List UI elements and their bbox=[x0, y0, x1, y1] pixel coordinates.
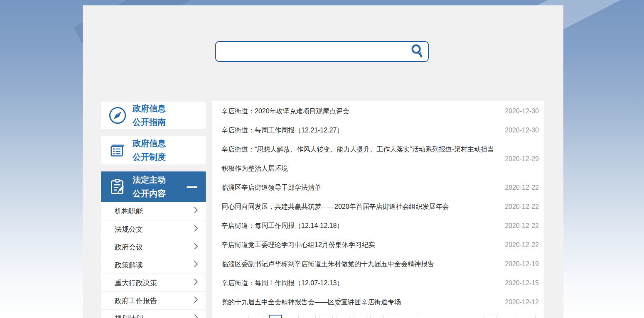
content-area: 政府信息 公开指南 bbox=[83, 5, 563, 318]
news-link[interactable]: 临淄区委副书记卢华栋到辛店街道王朱村做党的十九届五中全会精神报告 bbox=[221, 254, 502, 274]
sidebar-item-plans[interactable]: 规划计划 bbox=[101, 309, 206, 318]
news-link[interactable]: 临淄区辛店街道领导干部学法清单 bbox=[221, 178, 502, 197]
sidebar-item-label: 政府信息 公开制度 bbox=[133, 137, 166, 164]
ledger-icon bbox=[108, 141, 127, 160]
page-canvas: 政府信息 公开指南 bbox=[0, 0, 644, 318]
news-row: 辛店街道：“思想大解放、作风大转变、能力大提升、工作大落实”活动系列报道-渠村主… bbox=[212, 140, 544, 178]
pagination-page-button-current[interactable] bbox=[269, 315, 282, 318]
search-box bbox=[215, 41, 429, 62]
search-magnifier-icon bbox=[410, 44, 425, 60]
menu-item-label: 政策解读 bbox=[115, 260, 143, 270]
pagination-next-button[interactable] bbox=[417, 315, 449, 318]
sidebar-item-regulations[interactable]: 法规公文 bbox=[101, 220, 206, 238]
sidebar-item-policy-interpretation[interactable]: 政策解读 bbox=[101, 256, 206, 274]
news-date: 2020-12-22 bbox=[502, 184, 539, 191]
sidebar-item-work-report[interactable]: 政府工作报告 bbox=[101, 291, 206, 309]
news-date: 2020-12-22 bbox=[502, 241, 539, 249]
collapse-minus-icon[interactable] bbox=[187, 186, 197, 188]
menu-item-label: 重大行政决策 bbox=[115, 278, 157, 288]
menu-item-label: 规划计划 bbox=[115, 314, 143, 318]
news-date: 2020-12-30 bbox=[502, 127, 539, 134]
menu-item-label: 法规公文 bbox=[115, 225, 143, 234]
news-date: 2020-12-19 bbox=[502, 260, 539, 268]
news-row: 同心同向同发展，共建共赢共筑梦——2020年首届辛店街道社会组织发展年会 202… bbox=[212, 197, 544, 216]
pagination-last-button[interactable] bbox=[516, 315, 536, 318]
news-link[interactable]: 辛店街道：每周工作周报（12.14-12.18） bbox=[221, 216, 502, 235]
news-row: 辛店街道：2020年攻坚克难项目观摩点评会 2020-12-30 bbox=[212, 102, 544, 121]
chevron-right-icon bbox=[194, 206, 198, 216]
clipboard-pencil-icon bbox=[108, 177, 127, 196]
sidebar-item-gov-meetings[interactable]: 政府会议 bbox=[101, 238, 206, 256]
chevron-right-icon bbox=[194, 278, 198, 288]
news-link[interactable]: 辛店街道：每周工作周报（12.21-12.27） bbox=[221, 121, 502, 140]
news-row: 辛店街道：每周工作周报（12.14-12.18） 2020-12-22 bbox=[212, 216, 544, 235]
menu-item-label: 政府会议 bbox=[115, 242, 143, 252]
news-link[interactable]: 党的十九届五中全会精神报告会——区委宣讲团辛店街道专场 bbox=[221, 293, 502, 312]
pagination-page-button[interactable] bbox=[484, 315, 497, 318]
menu-item-label: 政府工作报告 bbox=[115, 296, 157, 306]
news-link[interactable]: 辛店街道党工委理论学习中心组12月份集体学习纪实 bbox=[221, 235, 502, 254]
news-row: 辛店街道：每周工作周报（12.21-12.27） 2020-12-30 bbox=[212, 121, 544, 140]
news-row: 临淄区辛店街道领导干部学法清单 2020-12-22 bbox=[212, 178, 544, 197]
news-date: 2020-12-22 bbox=[502, 203, 539, 210]
sidebar-item-major-decisions[interactable]: 重大行政决策 bbox=[101, 274, 206, 291]
sidebar-item-org-functions[interactable]: 机构职能 bbox=[101, 202, 206, 220]
compass-icon bbox=[108, 106, 127, 125]
chevron-right-icon bbox=[194, 260, 198, 270]
pagination-page-button[interactable] bbox=[370, 315, 383, 318]
pagination bbox=[212, 315, 544, 318]
search-input[interactable] bbox=[216, 42, 406, 61]
news-list: 辛店街道：2020年攻坚克难项目观摩点评会 2020-12-30 辛店街道：每周… bbox=[212, 101, 544, 312]
news-row: 临淄区委副书记卢华栋到辛店街道王朱村做党的十九届五中全会精神报告 2020-12… bbox=[212, 254, 544, 274]
pagination-page-button[interactable] bbox=[286, 315, 299, 318]
news-date: 2020-12-30 bbox=[502, 108, 539, 115]
news-date: 2020-12-22 bbox=[502, 222, 539, 230]
pagination-page-button[interactable] bbox=[320, 315, 333, 318]
sidebar-item-disclosure-system[interactable]: 政府信息 公开制度 bbox=[101, 136, 206, 164]
pagination-page-button[interactable] bbox=[387, 315, 400, 318]
sidebar-item-disclosure-guide[interactable]: 政府信息 公开指南 bbox=[101, 102, 206, 129]
news-date: 2020-12-12 bbox=[502, 298, 539, 306]
pagination-first-button[interactable] bbox=[248, 315, 263, 318]
menu-item-label: 机构职能 bbox=[115, 206, 143, 216]
news-row: 辛店街道党工委理论学习中心组12月份集体学习纪实 2020-12-22 bbox=[212, 235, 544, 254]
pagination-page-button[interactable] bbox=[337, 315, 349, 318]
news-row: 辛店街道：每周工作周报（12.07-12.13） 2020-12-15 bbox=[212, 274, 544, 293]
chevron-right-icon bbox=[194, 242, 198, 252]
chevron-right-icon bbox=[194, 314, 198, 318]
news-row: 党的十九届五中全会精神报告会——区委宣讲团辛店街道专场 2020-12-12 bbox=[212, 293, 544, 312]
sidebar-item-label: 法定主动 公开内容 bbox=[133, 173, 166, 201]
news-link[interactable]: 辛店街道：每周工作周报（12.07-12.13） bbox=[221, 274, 502, 293]
sidebar-item-label: 政府信息 公开指南 bbox=[133, 102, 166, 129]
chevron-right-icon bbox=[194, 296, 198, 306]
sidebar-item-statutory-disclosure[interactable]: 法定主动 公开内容 bbox=[101, 171, 206, 202]
news-link[interactable]: 辛店街道：“思想大解放、作风大转变、能力大提升、工作大落实”活动系列报道-渠村主… bbox=[221, 140, 502, 178]
news-date: 2020-12-15 bbox=[502, 279, 539, 287]
chevron-right-icon bbox=[194, 225, 198, 234]
pagination-page-button[interactable] bbox=[303, 315, 316, 318]
sidebar: 政府信息 公开指南 bbox=[101, 102, 206, 318]
news-panel: 辛店街道：2020年攻坚克难项目观摩点评会 2020-12-30 辛店街道：每周… bbox=[212, 101, 544, 318]
sidebar-submenu: 机构职能 法规公文 政府会议 政策解读 重大行政决策 bbox=[101, 202, 206, 318]
news-date: 2020-12-29 bbox=[502, 155, 539, 163]
news-link[interactable]: 同心同向同发展，共建共赢共筑梦——2020年首届辛店街道社会组织发展年会 bbox=[221, 197, 502, 216]
news-link[interactable]: 辛店街道：2020年攻坚克难项目观摩点评会 bbox=[221, 102, 502, 121]
pagination-page-button[interactable] bbox=[354, 315, 366, 318]
search-button[interactable] bbox=[406, 42, 428, 61]
